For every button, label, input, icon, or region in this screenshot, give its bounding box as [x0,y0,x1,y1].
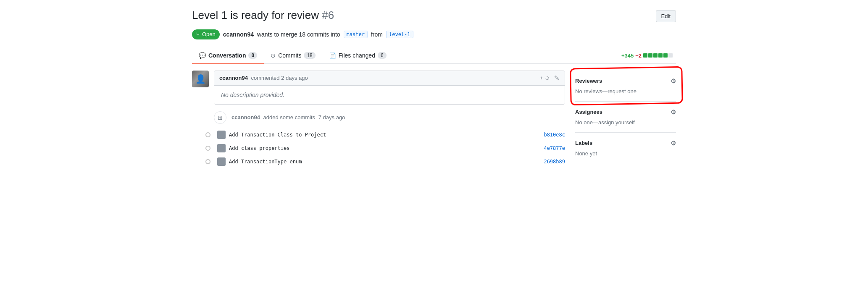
base-branch-tag[interactable]: master [344,31,368,38]
comment-box: ccannon94 commented 2 days ago + ☺ ✎ No … [214,71,565,105]
from-text: from [371,31,383,38]
files-icon: 📄 [329,52,336,59]
tab-conversation[interactable]: 💬 Conversation 0 [192,48,264,64]
pr-meta: ⑂ Open ccannon94 wants to merge 18 commi… [192,29,676,39]
reviewers-title: Reviewers [575,78,602,84]
comment-body-text: No description provided. [221,92,284,98]
sidebar: Reviewers ⚙ No reviews—request one Assig… [575,71,676,168]
comment-time: commented 2 days ago [251,75,308,81]
reviewers-gear[interactable]: ⚙ [671,77,676,85]
tab-commits[interactable]: ⊙ Commits 18 [264,48,322,64]
commit-avatar [217,157,226,166]
reviewers-header: Reviewers ⚙ [575,77,676,85]
diff-deletions: −2 [635,52,642,59]
avatar: 👤 [192,71,209,87]
pr-title: Level 1 is ready for review #6 [192,8,334,23]
head-branch-tag[interactable]: level-1 [386,31,413,38]
tab-conversation-label: Conversation [208,52,246,59]
commit-dot [205,159,210,164]
commits-time: 7 days ago [318,114,345,121]
comment-body: No description provided. [214,86,565,104]
comment-author[interactable]: ccannon94 [219,75,248,81]
edit-comment-btn[interactable]: ✎ [554,74,560,82]
commit-message[interactable]: Add TransactionType enum [229,159,540,165]
tab-files-changed[interactable]: 📄 Files changed 6 [322,48,393,64]
diff-bar-2 [648,53,652,58]
labels-header: Labels ⚙ [575,139,676,147]
commit-dot [205,146,210,151]
commit-item: Add class properties 4e7877e [192,142,565,155]
labels-gear[interactable]: ⚙ [671,139,676,147]
conversation-icon: 💬 [199,52,206,59]
pr-header: Level 1 is ready for review #6 Edit [192,8,676,23]
tabs-left: 💬 Conversation 0 ⊙ Commits 18 📄 Files ch… [192,48,393,63]
comment-header: ccannon94 commented 2 days ago + ☺ ✎ [214,71,565,86]
tab-commits-count: 18 [304,52,315,59]
edit-button[interactable]: Edit [656,10,676,22]
diff-bars [643,53,673,58]
diff-additions: +345 [621,52,634,59]
tab-commits-label: Commits [278,52,301,59]
commits-icon: ⊙ [271,52,276,59]
add-reaction-btn[interactable]: + ☺ [540,75,550,81]
tab-files-count: 6 [378,52,387,59]
comment-wrapper: 👤 ccannon94 commented 2 days ago + ☺ ✎ [192,71,565,105]
commit-avatar [217,144,226,152]
assignees-title: Assignees [575,109,602,115]
commit-list: Add Transaction Class to Project b810e8c… [192,128,565,168]
commit-message[interactable]: Add class properties [229,145,540,151]
labels-value: None yet [575,150,676,157]
assignees-header: Assignees ⚙ [575,108,676,116]
tabs-bar: 💬 Conversation 0 ⊙ Commits 18 📄 Files ch… [192,48,676,64]
pr-title-text: Level 1 is ready for review [192,9,319,21]
commit-dot [205,132,210,137]
status-text: Open [202,31,216,37]
diff-bar-4 [658,53,663,58]
assignees-gear[interactable]: ⚙ [671,108,676,116]
commits-meta: ccannon94 added some commits 7 days ago [231,114,345,121]
commits-section-icon: ⊞ [214,111,226,124]
sidebar-reviewers: Reviewers ⚙ No reviews—request one [575,71,676,102]
emoji-icon: ☺ [544,75,550,81]
diff-bar-5 [663,53,668,58]
labels-title: Labels [575,140,592,146]
sidebar-assignees: Assignees ⚙ No one—assign yourself [575,102,676,133]
main-layout: 👤 ccannon94 commented 2 days ago + ☺ ✎ [192,71,676,168]
main-content: 👤 ccannon94 commented 2 days ago + ☺ ✎ [192,71,565,168]
commits-author[interactable]: ccannon94 [231,114,260,121]
comment-header-text: ccannon94 commented 2 days ago [219,75,308,81]
reviewers-value: No reviews—request one [575,88,676,94]
commit-sha[interactable]: 4e7877e [544,145,565,151]
red-annotation [570,66,683,105]
commit-item: Add Transaction Class to Project b810e8c [192,128,565,142]
commit-message[interactable]: Add Transaction Class to Project [229,132,540,138]
comment-actions: + ☺ ✎ [540,74,560,82]
tab-files-label: Files changed [339,52,375,59]
sidebar-labels: Labels ⚙ None yet [575,133,676,163]
commit-sha[interactable]: 2698b89 [544,159,565,165]
diff-stats: +345 −2 [621,52,676,59]
commits-header: ⊞ ccannon94 added some commits 7 days ag… [192,111,565,124]
tab-conversation-count: 0 [248,52,257,59]
commits-action: added some commits [263,114,316,121]
commit-avatar [217,131,226,139]
commits-section: ⊞ ccannon94 added some commits 7 days ag… [192,111,565,168]
commit-sha[interactable]: b810e8c [544,132,565,138]
pr-author: ccannon94 [223,31,254,38]
commit-item: Add TransactionType enum 2698b89 [192,155,565,168]
pr-description: wants to merge 18 commits into [257,31,340,38]
status-badge: ⑂ Open [192,29,220,39]
assignees-value: No one—assign yourself [575,119,676,126]
git-merge-icon: ⑂ [196,31,200,38]
diff-bar-1 [643,53,647,58]
diff-bar-6 [668,53,673,58]
diff-bar-3 [653,53,658,58]
pr-number: #6 [322,9,334,21]
